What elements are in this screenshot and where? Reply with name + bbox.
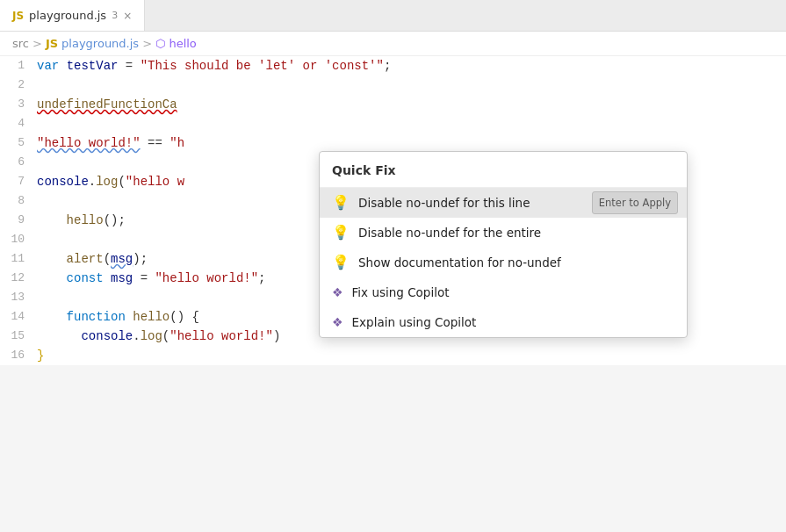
breadcrumb-symbol-icon: ⬡: [155, 37, 165, 50]
breadcrumb-sep1: >: [32, 37, 42, 50]
line-content-1: var testVar = "This should be 'let' or '…: [37, 56, 786, 75]
line-number-7: 7: [0, 172, 37, 191]
copilot-icon-3: ❖: [332, 283, 343, 302]
bulb-icon-1: 💡: [332, 223, 350, 242]
quickfix-popup: Quick Fix 💡 Disable no-undef for this li…: [319, 151, 688, 338]
bulb-icon-2: 💡: [332, 253, 350, 272]
js-badge: JS: [12, 10, 24, 22]
quickfix-label-1: Disable no-undef for the entire: [358, 223, 541, 242]
tab-bar: JS playground.js 3 ×: [0, 0, 786, 32]
quickfix-item-2[interactable]: 💡 Show documentation for no-undef: [320, 248, 687, 277]
line-content-2: [37, 75, 786, 95]
line-number-8: 8: [0, 191, 37, 211]
line-number-11: 11: [0, 249, 37, 269]
line-number-1: 1: [0, 56, 37, 75]
line-number-10: 10: [0, 230, 37, 249]
quickfix-title: Quick Fix: [320, 152, 687, 188]
quickfix-item-4[interactable]: ❖ Explain using Copilot: [320, 307, 687, 337]
code-line-4: 4: [0, 114, 786, 133]
code-line-5: 5 "hello world!" == "h: [0, 133, 786, 153]
line-number-13: 13: [0, 288, 37, 307]
breadcrumb-src: src: [12, 37, 29, 50]
breadcrumb-js: JS: [46, 37, 58, 50]
tab-filename: playground.js: [29, 9, 106, 22]
quickfix-item-3[interactable]: ❖ Fix using Copilot: [320, 277, 687, 307]
editor-tab[interactable]: JS playground.js 3 ×: [0, 0, 145, 31]
code-line-1: 1 var testVar = "This should be 'let' or…: [0, 56, 786, 75]
line-number-6: 6: [0, 153, 37, 172]
bulb-icon-0: 💡: [332, 193, 350, 212]
line-content-5: "hello world!" == "h: [37, 133, 786, 153]
line-content-4: [37, 114, 786, 133]
breadcrumb-symbol: hello: [169, 37, 196, 50]
line-number-15: 15: [0, 327, 37, 346]
breadcrumb-file[interactable]: playground.js: [61, 37, 139, 50]
line-content-16: }: [37, 346, 786, 365]
code-line-3: 3 undefinedFunctionCa: [0, 95, 786, 114]
code-line-2: 2: [0, 75, 786, 95]
line-content-3: undefinedFunctionCa: [37, 95, 786, 114]
breadcrumb-sep3: >: [142, 37, 152, 50]
tab-modified: 3: [112, 10, 118, 21]
quickfix-label-0: Disable no-undef for this line: [358, 193, 530, 212]
quickfix-label-4: Explain using Copilot: [352, 313, 477, 332]
close-tab-button[interactable]: ×: [123, 10, 132, 22]
quickfix-label-3: Fix using Copilot: [352, 283, 450, 302]
code-line-16: 16 }: [0, 346, 786, 365]
line-number-2: 2: [0, 75, 37, 95]
line-number-5: 5: [0, 133, 37, 153]
line-number-4: 4: [0, 114, 37, 133]
code-editor[interactable]: 1 var testVar = "This should be 'let' or…: [0, 56, 786, 365]
line-number-12: 12: [0, 269, 37, 288]
quickfix-item-0[interactable]: 💡 Disable no-undef for this line Enter t…: [320, 188, 687, 218]
line-number-9: 9: [0, 211, 37, 230]
enter-to-apply-badge: Enter to Apply: [592, 191, 678, 214]
quickfix-label-2: Show documentation for no-undef: [358, 253, 561, 272]
breadcrumb: src > JS playground.js > ⬡ hello: [0, 32, 786, 56]
line-number-16: 16: [0, 346, 37, 365]
line-number-3: 3: [0, 95, 37, 114]
copilot-icon-4: ❖: [332, 313, 343, 332]
line-number-14: 14: [0, 307, 37, 327]
quickfix-item-1[interactable]: 💡 Disable no-undef for the entire: [320, 218, 687, 248]
